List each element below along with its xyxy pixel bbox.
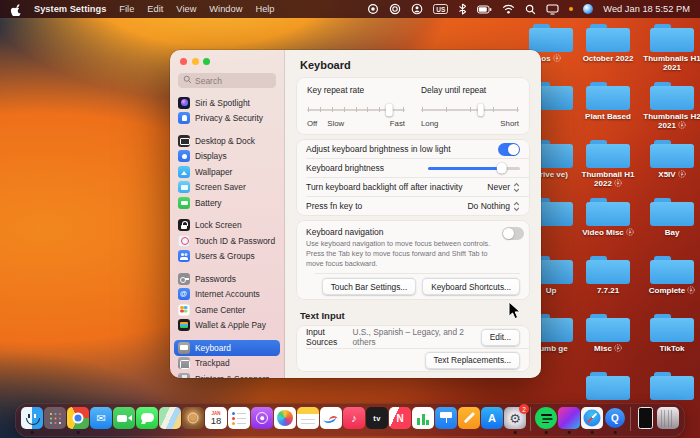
- sidebar-item-passwords[interactable]: Passwords: [174, 271, 280, 287]
- dock-app-store[interactable]: A: [481, 407, 503, 429]
- dock-keynote[interactable]: [435, 407, 457, 429]
- dock-quicktime[interactable]: Q: [604, 407, 626, 429]
- dock-reminders[interactable]: [228, 407, 250, 429]
- sidebar-item-printers-scanners[interactable]: Printers & Scanners: [174, 371, 280, 378]
- active-app-name[interactable]: System Settings: [34, 4, 106, 14]
- desktop-folder-tiktok[interactable]: TikTok: [640, 314, 700, 353]
- dock-document[interactable]: [635, 407, 656, 429]
- desktop-folder-bay[interactable]: Bay: [640, 198, 700, 237]
- sidebar-item-battery[interactable]: Battery: [174, 195, 280, 211]
- menu-window[interactable]: Window: [209, 4, 242, 14]
- keyboard-navigation-toggle[interactable]: [502, 227, 524, 240]
- backlight-dropdown[interactable]: Never: [487, 182, 520, 193]
- dock-pages[interactable]: [458, 407, 480, 429]
- sidebar-item-displays[interactable]: Displays: [174, 149, 280, 165]
- dock-numbers[interactable]: [412, 407, 434, 429]
- dock-podcasts[interactable]: [251, 407, 273, 429]
- dock-finder[interactable]: [21, 407, 43, 429]
- siri-spotlight-icon: [178, 97, 190, 109]
- sidebar-item-internet-accounts[interactable]: Internet Accounts: [174, 287, 280, 303]
- desktop-folder[interactable]: [576, 372, 640, 400]
- battery-icon[interactable]: [477, 3, 492, 15]
- sidebar-item-siri-spotlight[interactable]: Siri & Spotlight: [174, 95, 280, 111]
- siri-icon[interactable]: [583, 3, 593, 15]
- dock-trash[interactable]: [657, 407, 679, 429]
- touch-bar-settings-button[interactable]: Touch Bar Settings...: [322, 278, 417, 295]
- sidebar-item-wallpaper[interactable]: Wallpaper: [174, 164, 280, 180]
- minimize-button[interactable]: [192, 58, 199, 65]
- sidebar-item-label: Siri & Spotlight: [195, 98, 250, 108]
- sidebar-item-screen-saver[interactable]: Screen Saver: [174, 180, 280, 196]
- low-light-toggle[interactable]: [498, 143, 520, 156]
- dock-chrome[interactable]: [67, 407, 89, 429]
- dock-photos[interactable]: [274, 407, 296, 429]
- dock-adobe-cc[interactable]: [558, 407, 580, 429]
- desktop-folder-plant-based[interactable]: Plant Based: [576, 82, 640, 121]
- delay-short-label: Short: [500, 119, 519, 128]
- desktop-folder-x5iv[interactable]: X5IV: [640, 140, 700, 179]
- dock-music[interactable]: ♪: [343, 407, 365, 429]
- brightness-slider[interactable]: [428, 162, 520, 174]
- bluetooth-icon[interactable]: [458, 3, 467, 15]
- dock-settings[interactable]: ⚙2: [504, 407, 526, 429]
- key-repeat-thumb[interactable]: [386, 103, 393, 116]
- desktop-folder-misc[interactable]: Misc: [576, 314, 640, 353]
- sidebar-item-privacy-security[interactable]: Privacy & Security: [174, 111, 280, 127]
- sidebar-item-wallet-apple-pay[interactable]: Wallet & Apple Pay: [174, 318, 280, 334]
- edit-input-sources-button[interactable]: Edit...: [481, 329, 520, 346]
- search-icon[interactable]: [525, 3, 536, 15]
- dock-maps[interactable]: [159, 407, 181, 429]
- dock-mail[interactable]: ✉: [90, 407, 112, 429]
- desktop-folder[interactable]: [640, 372, 700, 400]
- keyboard-shortcuts-button[interactable]: Keyboard Shortcuts...: [422, 278, 520, 295]
- desktop-folder-video-misc[interactable]: Video Misc: [576, 198, 640, 237]
- dock-safari[interactable]: [581, 407, 603, 429]
- dock-freeform[interactable]: [320, 407, 342, 429]
- sidebar-item-game-center[interactable]: Game Center: [174, 302, 280, 318]
- desktop-folder-complete[interactable]: Complete: [640, 256, 700, 295]
- sidebar-item-lock-screen[interactable]: Lock Screen: [174, 218, 280, 234]
- text-input-header: Text Input: [300, 310, 541, 321]
- desktop-folder-october-2022[interactable]: October 2022: [576, 24, 640, 63]
- fn-key-dropdown[interactable]: Do Nothing: [467, 201, 520, 212]
- zoom-button[interactable]: [203, 58, 210, 65]
- desktop-folder-thumbnails-h1-2021[interactable]: Thumbnails H1 2021: [640, 24, 700, 73]
- key-repeat-slider[interactable]: [307, 103, 405, 116]
- desktop-folder-thumbnails-h2-2021[interactable]: Thumbnails H2 2021: [640, 82, 700, 131]
- user-switch-icon[interactable]: [411, 3, 423, 15]
- dock-facetime[interactable]: [113, 407, 135, 429]
- sidebar-item-touch-id-password[interactable]: Touch ID & Password: [174, 233, 280, 249]
- dock-calendar[interactable]: JAN18: [205, 407, 227, 429]
- desktop-folder-thumbnail-h1-2022[interactable]: Thumbnail H1 2022: [576, 140, 640, 189]
- dock-notes[interactable]: [297, 407, 319, 429]
- display-mirroring-icon[interactable]: [546, 3, 559, 15]
- notes-icon: [297, 407, 319, 429]
- dock-messages[interactable]: [136, 407, 158, 429]
- dock-launchpad[interactable]: [44, 407, 66, 429]
- sidebar-item-desktop-dock[interactable]: Desktop & Dock: [174, 133, 280, 149]
- delay-thumb[interactable]: [478, 103, 485, 116]
- menu-view[interactable]: View: [176, 4, 196, 14]
- close-button[interactable]: [180, 58, 187, 65]
- input-source-badge[interactable]: US: [433, 3, 448, 15]
- sidebar-item-users-groups[interactable]: Users & Groups: [174, 249, 280, 265]
- dock-photo-booth[interactable]: [182, 407, 204, 429]
- menu-file[interactable]: File: [119, 4, 134, 14]
- apple-menu-icon[interactable]: [10, 3, 21, 15]
- sidebar-item-keyboard[interactable]: Keyboard: [174, 340, 280, 356]
- delay-slider[interactable]: [421, 103, 519, 116]
- pages-icon: [458, 407, 480, 429]
- wifi-icon[interactable]: [502, 3, 515, 15]
- menubar-clock[interactable]: Wed Jan 18 5:52 PM: [603, 4, 690, 14]
- dock-spotify[interactable]: [535, 407, 557, 429]
- menu-edit[interactable]: Edit: [147, 4, 163, 14]
- text-replacements-button[interactable]: Text Replacements...: [425, 352, 520, 369]
- camera-icon[interactable]: [389, 3, 401, 15]
- dock-news[interactable]: N: [389, 407, 411, 429]
- screen-recording-icon[interactable]: [367, 3, 379, 15]
- menu-help[interactable]: Help: [255, 4, 274, 14]
- sidebar-item-trackpad[interactable]: Trackpad: [174, 356, 280, 372]
- search-input[interactable]: Search: [178, 73, 276, 88]
- dock-tv[interactable]: tv: [366, 407, 388, 429]
- desktop-folder-7-7-21[interactable]: 7.7.21: [576, 256, 640, 295]
